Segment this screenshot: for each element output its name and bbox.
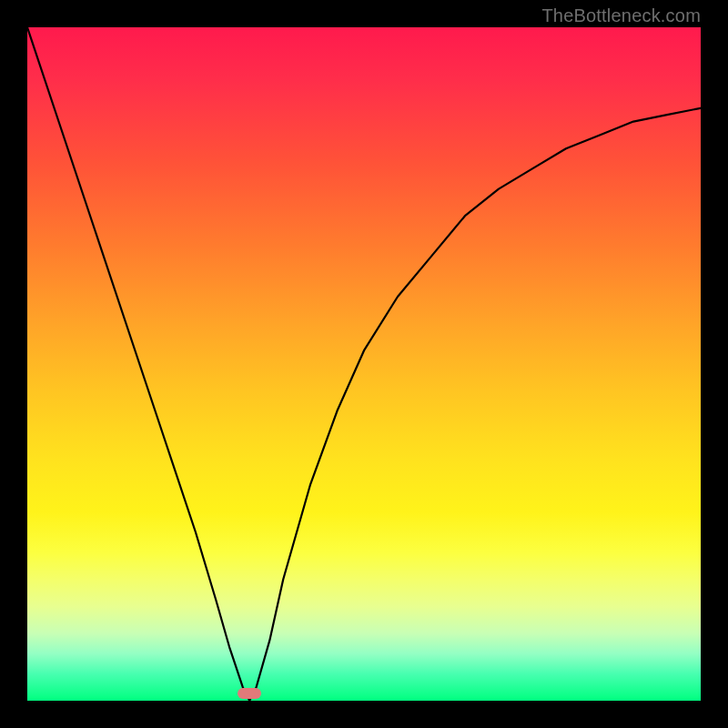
plot-area (27, 27, 701, 701)
chart-frame: TheBottleneck.com (0, 0, 728, 728)
minimum-marker (238, 688, 261, 699)
watermark-text: TheBottleneck.com (541, 5, 701, 26)
bottleneck-curve (27, 27, 701, 701)
